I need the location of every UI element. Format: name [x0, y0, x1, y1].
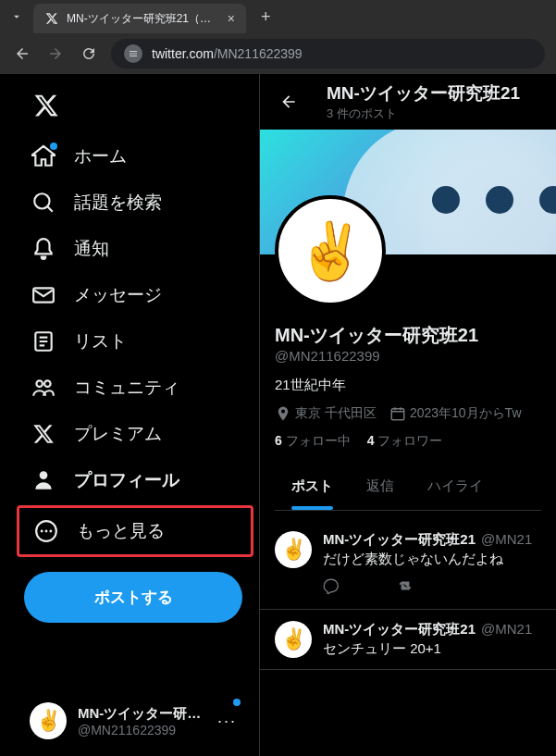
- profile-header-bar: MN-ツイッター研究班21 3 件のポスト: [260, 74, 556, 130]
- sidebar-item-explore[interactable]: 話題を検索: [17, 180, 259, 226]
- back-button[interactable]: [273, 86, 304, 118]
- svg-point-4: [44, 380, 51, 387]
- browser-tab-title: MN-ツイッター研究班21（@MN2: [67, 11, 220, 27]
- avatar[interactable]: ✌️: [275, 621, 312, 658]
- sidebar-item-lists[interactable]: リスト: [17, 318, 259, 365]
- following-link[interactable]: 6 フォロー中: [275, 433, 351, 450]
- sidebar-item-more[interactable]: もっと見る: [19, 508, 251, 554]
- browser-tab-strip: MN-ツイッター研究班21（@MN2 × +: [0, 0, 556, 33]
- more-circle-icon: [34, 519, 58, 543]
- tab-posts[interactable]: ポスト: [275, 463, 350, 510]
- tab-highlights[interactable]: ハイライ: [411, 463, 500, 510]
- sidebar-label: メッセージ: [74, 283, 162, 307]
- profile-joined: 2023年10月からTw: [389, 405, 522, 422]
- site-info-icon[interactable]: [124, 44, 142, 63]
- svg-point-3: [36, 380, 43, 387]
- followers-link[interactable]: 4 フォロワー: [367, 433, 443, 450]
- bell-icon: [31, 237, 56, 261]
- sidebar-label: コミュニティ: [74, 376, 179, 400]
- list-icon: [31, 329, 56, 353]
- profile-display-name: MN-ツイッター研究班21: [275, 323, 541, 348]
- sidebar-label: ホーム: [74, 144, 127, 168]
- account-name: MN-ツイッター研究班: [78, 705, 206, 723]
- tweet-author: MN-ツイッター研究班21: [323, 621, 476, 638]
- tweet-handle: @MN21: [481, 621, 532, 638]
- forward-button[interactable]: [44, 43, 67, 65]
- avatar[interactable]: ✌️: [275, 531, 312, 568]
- profile-bio: 21世紀中年: [275, 377, 541, 394]
- more-icon: ···: [217, 712, 237, 731]
- new-tab-button[interactable]: +: [253, 4, 278, 31]
- x-logo[interactable]: [17, 81, 259, 133]
- sidebar-item-profile[interactable]: プロフィール: [17, 457, 259, 503]
- home-icon: [31, 144, 56, 168]
- reply-icon[interactable]: [323, 577, 340, 598]
- sidebar-label: 話題を検索: [74, 191, 162, 215]
- profile-location: 東京 千代田区: [275, 405, 377, 422]
- header-profile-name: MN-ツイッター研究班21: [327, 81, 543, 105]
- tweet-author: MN-ツイッター研究班21: [323, 531, 476, 549]
- profile-handle: @MN211622399: [275, 348, 541, 364]
- back-button[interactable]: [11, 43, 33, 65]
- tab-chevron-down-icon[interactable]: [7, 7, 26, 26]
- tab-replies[interactable]: 返信: [350, 463, 411, 510]
- sidebar-item-premium[interactable]: プレミアム: [17, 411, 259, 457]
- post-button[interactable]: ポストする: [24, 572, 242, 623]
- notification-dot: [233, 699, 241, 706]
- search-icon: [31, 191, 56, 215]
- sidebar-item-communities[interactable]: コミュニティ: [17, 365, 259, 411]
- sidebar-item-home[interactable]: ホーム: [17, 133, 259, 180]
- location-icon: [275, 405, 291, 422]
- tweet[interactable]: ✌️ MN-ツイッター研究班21 @MN21 だけど素数じゃないんだよね: [260, 520, 556, 610]
- browser-tab[interactable]: MN-ツイッター研究班21（@MN2 ×: [33, 4, 246, 33]
- person-icon: [31, 468, 56, 492]
- tweet-handle: @MN21: [481, 531, 532, 549]
- sidebar-item-messages[interactable]: メッセージ: [17, 272, 259, 318]
- retweet-icon[interactable]: [397, 577, 414, 598]
- sidebar-label: プロフィール: [74, 468, 179, 492]
- reload-button[interactable]: [78, 43, 100, 65]
- sidebar-label: 通知: [74, 237, 109, 261]
- svg-point-5: [40, 471, 48, 479]
- profile-tabs: ポスト 返信 ハイライ: [275, 463, 541, 511]
- svg-rect-10: [391, 409, 404, 420]
- account-info: MN-ツイッター研究班 @MN211622399: [78, 705, 206, 737]
- url-bar[interactable]: twitter.com/MN211622399: [111, 39, 545, 68]
- sidebar-item-notifications[interactable]: 通知: [17, 226, 259, 272]
- browser-toolbar: twitter.com/MN211622399: [0, 33, 556, 74]
- account-handle: @MN211622399: [78, 723, 206, 737]
- x-icon: [31, 422, 56, 446]
- url-text: twitter.com/MN211622399: [152, 46, 303, 61]
- header-post-count: 3 件のポスト: [327, 105, 543, 122]
- main-content: MN-ツイッター研究班21 3 件のポスト ✌️ MN-ツイッター研究班21 @…: [259, 74, 556, 756]
- sidebar-label: リスト: [74, 329, 127, 353]
- highlight-box: もっと見る: [17, 505, 253, 557]
- account-switcher[interactable]: ✌️ MN-ツイッター研究班 @MN211622399 ···: [17, 693, 250, 749]
- tweet-text: だけど素数じゃないんだよね: [323, 551, 541, 568]
- x-favicon-icon: [44, 11, 59, 26]
- people-icon: [31, 376, 56, 400]
- svg-point-8: [45, 530, 48, 533]
- svg-point-9: [49, 530, 52, 533]
- sidebar: ホーム 話題を検索 通知 メッセージ リスト: [0, 74, 259, 756]
- sidebar-label: プレミアム: [74, 422, 162, 446]
- tweet-text: センチュリー 20+1: [323, 640, 541, 658]
- envelope-icon: [31, 283, 56, 307]
- sidebar-label: もっと見る: [77, 519, 165, 543]
- svg-point-7: [41, 530, 43, 533]
- notification-dot: [50, 143, 57, 150]
- svg-point-0: [34, 193, 49, 208]
- close-tab-icon[interactable]: ×: [228, 11, 235, 26]
- profile-avatar[interactable]: ✌️: [275, 195, 386, 306]
- tweet[interactable]: ✌️ MN-ツイッター研究班21 @MN21 センチュリー 20+1: [260, 610, 556, 670]
- avatar: ✌️: [30, 702, 67, 739]
- profile-section: ✌️ MN-ツイッター研究班21 @MN211622399 21世紀中年 東京 …: [260, 254, 556, 520]
- calendar-icon: [389, 405, 406, 422]
